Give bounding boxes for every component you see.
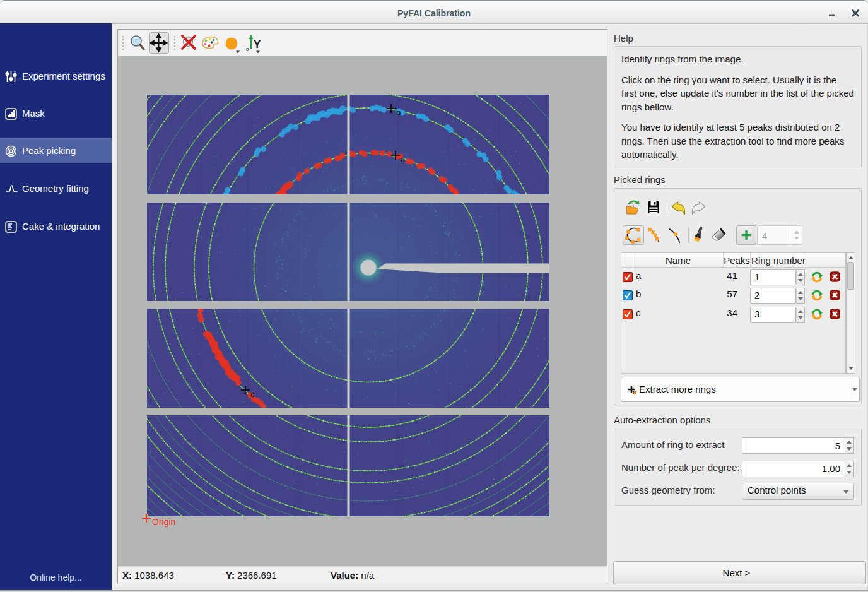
svg-text:c: c bbox=[250, 389, 255, 399]
svg-text:Y: Y bbox=[254, 38, 261, 50]
svg-text:a: a bbox=[401, 155, 406, 164]
svg-text:Origin: Origin bbox=[152, 517, 175, 527]
svg-text:0: 0 bbox=[246, 47, 249, 52]
svg-text:b: b bbox=[396, 108, 401, 117]
